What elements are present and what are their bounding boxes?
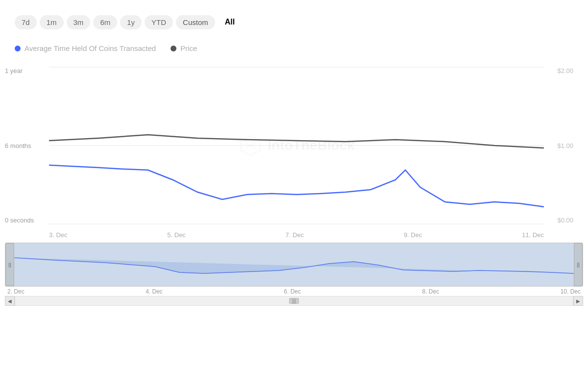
handle-right-icon: || bbox=[577, 262, 580, 268]
chart-svg-container: IntoTheBlock bbox=[49, 62, 544, 229]
nav-x-8dec: 8. Dec bbox=[422, 288, 439, 295]
price-line bbox=[49, 135, 544, 148]
nav-x-10dec: 10. Dec bbox=[561, 288, 581, 295]
navigator-handle-left[interactable]: || bbox=[5, 243, 14, 286]
navigator-svg bbox=[5, 243, 583, 287]
scroll-track[interactable]: ||| bbox=[15, 296, 573, 306]
legend-label-price: Price bbox=[180, 44, 197, 52]
legend-item-avg-time: Average Time Held Of Coins Transacted bbox=[15, 44, 156, 52]
nav-x-4dec: 4. Dec bbox=[146, 288, 163, 295]
x-label-3dec: 3. Dec bbox=[49, 231, 68, 239]
y-label-2usd: $2.00 bbox=[557, 67, 573, 74]
handle-left-icon: || bbox=[8, 262, 11, 268]
btn-3m[interactable]: 3m bbox=[67, 15, 91, 29]
btn-1m[interactable]: 1m bbox=[40, 15, 64, 29]
navigator-container[interactable]: || || bbox=[5, 243, 583, 287]
y-label-1year: 1 year bbox=[5, 67, 49, 74]
btn-7d[interactable]: 7d bbox=[15, 15, 37, 29]
scrollbar-wrapper: ◀ ||| ▶ bbox=[0, 296, 588, 306]
btn-all[interactable]: All bbox=[218, 15, 242, 29]
y-label-6months: 6 months bbox=[5, 142, 49, 149]
btn-6m[interactable]: 6m bbox=[93, 15, 117, 29]
navigator-wrapper: || || 2. Dec 4. Dec 6. Dec 8. Dec 10. De… bbox=[0, 243, 588, 295]
chart-wrapper: 1 year 6 months 0 seconds $2.00 $1.00 $0… bbox=[0, 62, 588, 239]
legend-label-avg-time: Average Time Held Of Coins Transacted bbox=[24, 44, 156, 52]
nav-x-2dec: 2. Dec bbox=[7, 288, 24, 295]
chart-area: 1 year 6 months 0 seconds $2.00 $1.00 $0… bbox=[5, 62, 573, 229]
x-label-11dec: 11. Dec bbox=[522, 231, 544, 239]
chart-legend: Average Time Held Of Coins Transacted Pr… bbox=[0, 39, 588, 62]
btn-custom[interactable]: Custom bbox=[176, 15, 215, 29]
navigator-x-axis: 2. Dec 4. Dec 6. Dec 8. Dec 10. Dec bbox=[5, 287, 583, 295]
svg-rect-7 bbox=[14, 243, 573, 287]
y-axis-left: 1 year 6 months 0 seconds bbox=[5, 62, 49, 229]
scroll-right-arrow[interactable]: ▶ bbox=[573, 296, 583, 306]
legend-dot-dark bbox=[171, 46, 176, 51]
x-label-5dec: 5. Dec bbox=[167, 231, 186, 239]
navigator-handle-right[interactable]: || bbox=[574, 243, 583, 286]
y-axis-right: $2.00 $1.00 $0.00 bbox=[544, 62, 573, 229]
x-label-7dec: 7. Dec bbox=[286, 231, 304, 239]
chart-svg bbox=[49, 62, 544, 229]
btn-ytd[interactable]: YTD bbox=[145, 15, 173, 29]
y-label-0seconds: 0 seconds bbox=[5, 217, 49, 224]
scroll-thumb[interactable]: ||| bbox=[289, 298, 299, 304]
legend-item-price: Price bbox=[171, 44, 197, 52]
scroll-thumb-handle: ||| bbox=[290, 298, 298, 304]
y-label-1usd: $1.00 bbox=[557, 142, 573, 149]
scroll-left-arrow[interactable]: ◀ bbox=[5, 296, 15, 306]
btn-1y[interactable]: 1y bbox=[120, 15, 142, 29]
x-axis: 3. Dec 5. Dec 7. Dec 9. Dec 11. Dec bbox=[49, 229, 544, 239]
y-label-0usd: $0.00 bbox=[557, 217, 573, 224]
main-container: 7d 1m 3m 6m 1y YTD Custom All Average Ti… bbox=[0, 0, 588, 392]
nav-x-6dec: 6. Dec bbox=[284, 288, 301, 295]
time-range-bar: 7d 1m 3m 6m 1y YTD Custom All bbox=[0, 10, 588, 39]
avg-time-line bbox=[49, 165, 544, 207]
legend-dot-blue bbox=[15, 46, 21, 51]
x-label-9dec: 9. Dec bbox=[404, 231, 422, 239]
